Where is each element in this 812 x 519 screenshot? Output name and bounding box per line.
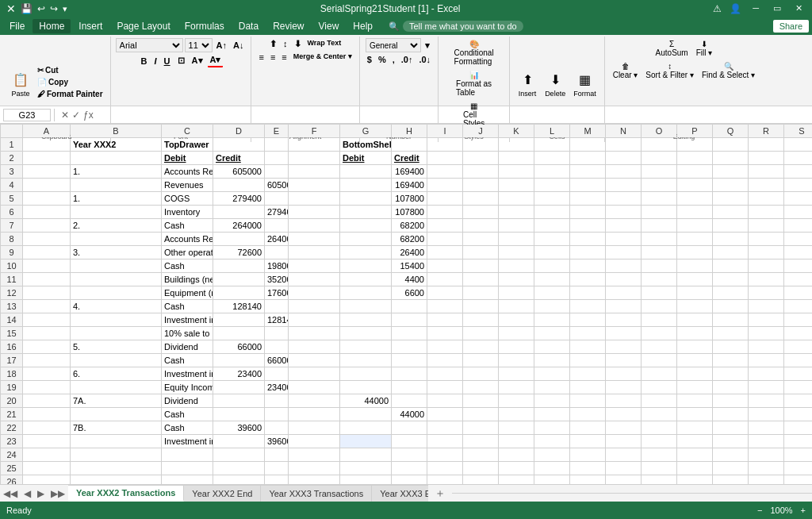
cell-R5[interactable]: [749, 192, 784, 206]
fill-color-button[interactable]: A▾: [190, 55, 205, 67]
cell-B8[interactable]: [71, 233, 162, 246]
cell-L17[interactable]: [534, 354, 570, 367]
cell-E5[interactable]: [265, 192, 289, 206]
cell-D5[interactable]: 279400: [213, 192, 265, 206]
cell-L15[interactable]: [534, 327, 570, 340]
row-header-12[interactable]: 12: [1, 286, 23, 300]
cell-K13[interactable]: [499, 300, 534, 313]
cell-H13[interactable]: [392, 300, 427, 313]
row-header-17[interactable]: 17: [1, 354, 23, 367]
cell-B22[interactable]: 7B.: [71, 421, 162, 435]
cell-D26[interactable]: [213, 475, 265, 485]
paste-button[interactable]: 📋 Paste: [8, 69, 33, 99]
cell-M3[interactable]: [570, 165, 606, 179]
cell-J15[interactable]: [463, 327, 499, 340]
row-header-14[interactable]: 14: [1, 313, 23, 327]
cell-C3[interactable]: Accounts Receivables: [162, 165, 213, 179]
zoom-in-button[interactable]: +: [801, 506, 806, 515]
cell-M18[interactable]: [570, 367, 606, 381]
cell-N17[interactable]: [606, 354, 642, 367]
cell-F21[interactable]: [289, 408, 340, 421]
cell-Q2[interactable]: [713, 152, 749, 165]
quick-undo-icon[interactable]: ↩: [37, 3, 45, 14]
decrease-decimal-button[interactable]: .0↓: [416, 54, 433, 65]
row-header-19[interactable]: 19: [1, 381, 23, 394]
row-header-5[interactable]: 5: [1, 192, 23, 206]
cell-G2[interactable]: Debit: [340, 152, 392, 165]
cell-H15[interactable]: [392, 327, 427, 340]
cell-J26[interactable]: [463, 475, 499, 485]
cell-C16[interactable]: Dividend: [162, 340, 213, 354]
cell-S8[interactable]: [784, 233, 813, 246]
menu-file[interactable]: File: [3, 19, 31, 33]
cell-N24[interactable]: [606, 448, 642, 462]
row-header-20[interactable]: 20: [1, 394, 23, 408]
zoom-out-button[interactable]: −: [757, 506, 762, 515]
cell-L12[interactable]: [534, 286, 570, 300]
cell-D9[interactable]: 72600: [213, 246, 265, 260]
cell-G6[interactable]: [340, 206, 392, 219]
cell-H7[interactable]: 68200: [392, 219, 427, 233]
cell-E20[interactable]: [265, 394, 289, 408]
col-header-L[interactable]: L: [534, 125, 570, 138]
cell-P3[interactable]: [677, 165, 713, 179]
cell-P25[interactable]: [677, 462, 713, 475]
spreadsheet-scroll[interactable]: A B C D E F G H I J K L M N O P Q R S T: [0, 124, 812, 484]
cell-A10[interactable]: [23, 260, 71, 273]
format-as-table-button[interactable]: 📊 Format asTable: [453, 69, 495, 98]
bold-button[interactable]: B: [139, 56, 150, 67]
cell-D25[interactable]: [213, 462, 265, 475]
sheet-nav-last[interactable]: ▶▶: [48, 488, 68, 499]
cell-B18[interactable]: 6.: [71, 367, 162, 381]
cell-J22[interactable]: [463, 421, 499, 435]
cell-O24[interactable]: [642, 448, 677, 462]
cell-I3[interactable]: [427, 165, 463, 179]
cell-B25[interactable]: [71, 462, 162, 475]
cell-M16[interactable]: [570, 340, 606, 354]
cell-C21[interactable]: Cash: [162, 408, 213, 421]
cell-K4[interactable]: [499, 179, 534, 192]
cell-O10[interactable]: [642, 260, 677, 273]
cell-R7[interactable]: [749, 219, 784, 233]
cell-K20[interactable]: [499, 394, 534, 408]
cell-M19[interactable]: [570, 381, 606, 394]
cell-J2[interactable]: [463, 152, 499, 165]
cell-N2[interactable]: [606, 152, 642, 165]
cell-B5[interactable]: 1.: [71, 192, 162, 206]
cell-A22[interactable]: [23, 421, 71, 435]
cell-D16[interactable]: 66000: [213, 340, 265, 354]
cell-I21[interactable]: [427, 408, 463, 421]
cell-F11[interactable]: [289, 273, 340, 286]
cell-M7[interactable]: [570, 219, 606, 233]
cell-E16[interactable]: [265, 340, 289, 354]
cell-M20[interactable]: [570, 394, 606, 408]
cell-G25[interactable]: [340, 462, 392, 475]
add-sheet-button[interactable]: ＋: [428, 484, 452, 502]
cell-J9[interactable]: [463, 246, 499, 260]
cell-N6[interactable]: [606, 206, 642, 219]
currency-button[interactable]: $: [365, 54, 374, 65]
cell-I15[interactable]: [427, 327, 463, 340]
cell-Q17[interactable]: [713, 354, 749, 367]
cell-D23[interactable]: [213, 435, 265, 448]
cell-H19[interactable]: [392, 381, 427, 394]
cell-E26[interactable]: [265, 475, 289, 485]
cell-Q15[interactable]: [713, 327, 749, 340]
cell-G17[interactable]: [340, 354, 392, 367]
sheet-nav-next[interactable]: ▶: [34, 488, 48, 499]
close-button[interactable]: ✕: [792, 3, 806, 14]
cell-I6[interactable]: [427, 206, 463, 219]
cell-S22[interactable]: [784, 421, 813, 435]
cell-C12[interactable]: Equipment (net): [162, 286, 213, 300]
cell-K19[interactable]: [499, 381, 534, 394]
cell-E6[interactable]: 279400: [265, 206, 289, 219]
cell-C4[interactable]: Revenues: [162, 179, 213, 192]
cell-E25[interactable]: [265, 462, 289, 475]
cell-H3[interactable]: 169400: [392, 165, 427, 179]
col-header-G[interactable]: G: [340, 125, 392, 138]
cell-E17[interactable]: 66000: [265, 354, 289, 367]
cell-P22[interactable]: [677, 421, 713, 435]
cell-P18[interactable]: [677, 367, 713, 381]
border-button[interactable]: ⊡: [175, 55, 187, 67]
comma-button[interactable]: ,: [390, 54, 397, 65]
